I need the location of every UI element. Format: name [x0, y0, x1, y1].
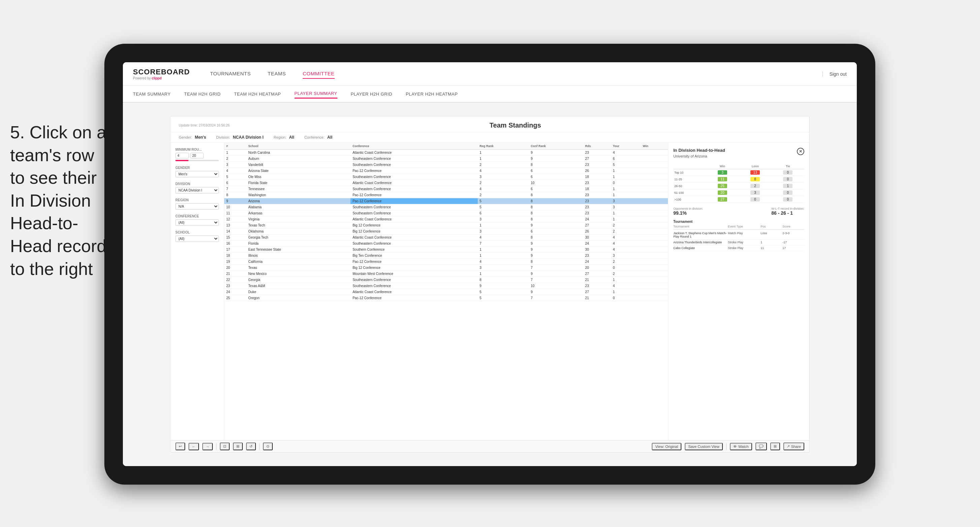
table-row[interactable]: 25 Oregon Pac-12 Conference 5 7 21 0: [224, 295, 668, 301]
gender-select[interactable]: Men's: [175, 171, 219, 177]
gender-section: Gender Men's: [175, 166, 219, 177]
team-table-area: # School Conference Reg Rank Conf Rank R…: [224, 143, 668, 440]
school-select[interactable]: (All): [175, 236, 219, 242]
watch-icon: 👁: [733, 444, 737, 449]
h2h-row: 51-100 20 3 0: [673, 189, 804, 196]
table-row[interactable]: 2 Auburn Southeastern Conference 1 9 27 …: [224, 156, 668, 162]
update-time: Update time: 27/03/2024 16:56:26: [179, 124, 230, 127]
panel-title: Team Standings: [490, 122, 541, 129]
back-btn[interactable]: ←: [189, 443, 199, 450]
rounds-slider[interactable]: [175, 160, 219, 161]
division-filter: Division: NCAA Division I: [216, 135, 263, 140]
h2h-team: University of Arizona: [673, 154, 725, 158]
col-school: School: [247, 143, 351, 150]
table-row[interactable]: 24 Duke Atlantic Coast Conference 5 9 27…: [224, 289, 668, 295]
region-select[interactable]: N/A: [175, 203, 219, 210]
col-conf-rank: Conf Rank: [528, 143, 583, 150]
table-row[interactable]: 23 Texas A&M Southeastern Conference 9 1…: [224, 283, 668, 289]
table-row[interactable]: 9 Arizona Pac-12 Conference 5 8 23 3: [224, 198, 668, 204]
table-row[interactable]: 4 Arizona State Pac-12 Conference 4 6 26…: [224, 168, 668, 174]
h2h-row: Top 10 3 13 0: [673, 169, 804, 176]
region-section: Region N/A: [175, 198, 219, 210]
nav-tournaments[interactable]: TOURNAMENTS: [210, 69, 251, 79]
subnav-team-h2h-heatmap[interactable]: TEAM H2H HEATMAP: [234, 90, 281, 98]
table-row[interactable]: 12 Virginia Atlantic Coast Conference 3 …: [224, 216, 668, 222]
table-row[interactable]: 1 North Carolina Atlantic Coast Conferen…: [224, 150, 668, 156]
grid-btn[interactable]: ⊡: [220, 443, 230, 450]
table-row[interactable]: 6 Florida State Atlantic Coast Conferenc…: [224, 180, 668, 186]
share-btn[interactable]: ↗ Share: [783, 443, 804, 450]
table-row[interactable]: 15 Georgia Tech Atlantic Coast Conferenc…: [224, 235, 668, 241]
logo-sub: Powered by clippd: [133, 76, 190, 80]
conference-select[interactable]: (All): [175, 219, 219, 226]
table-row[interactable]: 21 New Mexico Mountain West Conference 1…: [224, 271, 668, 277]
sign-out-button[interactable]: Sign out: [822, 71, 847, 77]
watch-btn[interactable]: 👁 Watch: [730, 443, 752, 450]
add-btn[interactable]: ⊞: [233, 443, 243, 450]
bottom-toolbar: ↩ ← → ⊡ ⊞ ↺ ⊙ View: Original Save Custom…: [170, 440, 809, 452]
min-rounds-section: Minimum Rou...: [175, 148, 219, 161]
view-original-btn[interactable]: View: Original: [652, 443, 681, 450]
nav-committee[interactable]: COMMITTEE: [303, 69, 335, 79]
panel-filters: Gender: Men's Division: NCAA Division I …: [170, 132, 809, 143]
h2h-table: Win Loss Tie Top 10 3 13 0 11-25 11 8 0 …: [673, 163, 804, 203]
table-row[interactable]: 5 Ole Miss Southeastern Conference 3 6 1…: [224, 174, 668, 180]
stats-row: Opponents in division: 99.1% W-L-T recor…: [673, 207, 804, 216]
h2h-row: 26-50 25 2 1: [673, 183, 804, 189]
panel-body: Minimum Rou... Gender: [170, 143, 809, 440]
forward-btn[interactable]: →: [202, 443, 213, 450]
wlt-stat: W-L-T record in-division: 86 - 26 - 1: [771, 207, 804, 216]
comment-btn[interactable]: 💬: [756, 443, 767, 450]
col-conference: Conference: [350, 143, 477, 150]
subnav-player-h2h-grid[interactable]: PLAYER H2H GRID: [351, 90, 393, 98]
table-row[interactable]: 10 Alabama Southeastern Conference 5 8 2…: [224, 204, 668, 210]
division-section: Division NCAA Division I: [175, 182, 219, 194]
table-row[interactable]: 11 Arkansas Southeastern Conference 6 8 …: [224, 210, 668, 216]
app-panel: Update time: 27/03/2024 16:56:26 Team St…: [170, 116, 810, 452]
main-content: Update time: 27/03/2024 16:56:26 Team St…: [123, 103, 857, 466]
panel-header: Update time: 27/03/2024 16:56:26 Team St…: [170, 116, 809, 132]
clock-btn[interactable]: ⊙: [263, 443, 273, 450]
region-filter: Region: All: [274, 135, 294, 140]
table-row[interactable]: 17 East Tennessee State Southern Confere…: [224, 247, 668, 253]
h2h-panel: In Division Head-to-Head University of A…: [668, 143, 809, 440]
table-row[interactable]: 22 Georgia Southeastern Conference 8 7 2…: [224, 277, 668, 283]
school-section: School (All): [175, 230, 219, 242]
gender-filter: Gender: Men's: [179, 135, 206, 140]
undo-btn[interactable]: ↩: [175, 443, 185, 450]
subnav-player-summary[interactable]: PLAYER SUMMARY: [294, 89, 337, 98]
nav-teams[interactable]: TEAMS: [268, 69, 286, 79]
refresh-btn[interactable]: ↺: [246, 443, 256, 450]
min-rounds-max-input[interactable]: [190, 153, 204, 159]
tournament-row: Jackson T. Stephens Cup Men's Match-Play…: [673, 230, 804, 240]
subnav-player-h2h-heatmap[interactable]: PLAYER H2H HEATMAP: [406, 90, 458, 98]
table-row[interactable]: 3 Vanderbilt Southeastern Conference 2 8…: [224, 162, 668, 168]
conference-section: Conference (All): [175, 214, 219, 226]
table-row[interactable]: 20 Texas Big 12 Conference 3 7 20 0: [224, 265, 668, 271]
h2h-row: >100 27 0 0: [673, 196, 804, 203]
table-row[interactable]: 14 Oklahoma Big 12 Conference 3 6 26 2: [224, 229, 668, 235]
tournament-row: Cabo Collegiate Stroke Play 11 17: [673, 245, 804, 251]
grid2-btn[interactable]: ⊞: [770, 443, 780, 450]
logo: SCOREBOARD Powered by clippd: [133, 68, 190, 80]
tournament-header: Tournament Event Type Pos Score: [673, 225, 804, 230]
save-custom-btn[interactable]: Save Custom View: [685, 443, 723, 450]
tablet-screen: SCOREBOARD Powered by clippd TOURNAMENTS…: [123, 62, 857, 466]
subnav-team-summary[interactable]: TEAM SUMMARY: [133, 90, 171, 98]
left-sidebar: Minimum Rou... Gender: [170, 143, 224, 440]
table-row[interactable]: 7 Tennessee Southeastern Conference 4 6 …: [224, 186, 668, 192]
division-select[interactable]: NCAA Division I: [175, 187, 219, 194]
col-reg-rank: Reg Rank: [478, 143, 529, 150]
conference-filter: Conference: All: [304, 135, 332, 140]
table-row[interactable]: 13 Texas Tech Big 12 Conference 1 9 27 2: [224, 222, 668, 229]
h2h-row: 11-25 11 8 0: [673, 176, 804, 183]
h2h-close-button[interactable]: ✕: [797, 148, 804, 155]
subnav-team-h2h-grid[interactable]: TEAM H2H GRID: [184, 90, 221, 98]
top-nav: SCOREBOARD Powered by clippd TOURNAMENTS…: [123, 62, 857, 86]
table-row[interactable]: 19 California Pac-12 Conference 4 8 24 2: [224, 259, 668, 265]
table-row[interactable]: 18 Illinois Big Ten Conference 1 9 23 3: [224, 253, 668, 259]
table-row[interactable]: 16 Florida Southeastern Conference 7 9 2…: [224, 241, 668, 247]
min-rounds-input[interactable]: [175, 153, 189, 159]
table-row[interactable]: 8 Washington Pac-12 Conference 2 8 23 1: [224, 192, 668, 198]
save-custom-label: Save Custom View: [688, 444, 719, 449]
